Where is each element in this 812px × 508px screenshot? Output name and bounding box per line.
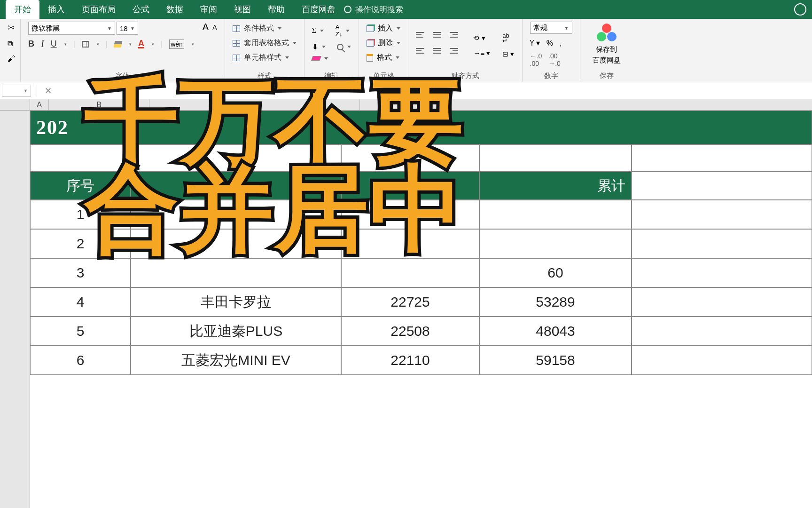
table-row[interactable]: 1 [30, 200, 812, 229]
decrease-decimal-button[interactable]: .00→.0 [548, 52, 561, 67]
indent-button[interactable]: →≡ ▾ [473, 49, 490, 57]
cell-seq[interactable]: 6 [30, 346, 131, 375]
cell-v3[interactable]: 22110 [341, 346, 479, 375]
cell-empty[interactable] [632, 229, 812, 258]
table-header-row[interactable]: 序号 车 累计 [30, 172, 812, 200]
align-top-right-button[interactable] [450, 32, 461, 43]
select-all-corner[interactable] [0, 99, 30, 110]
cell-model[interactable]: 比亚迪秦PLUS [131, 317, 341, 346]
increase-font-button[interactable]: A [203, 22, 209, 32]
cell-empty[interactable] [632, 317, 812, 346]
align-top-left-button[interactable] [416, 32, 427, 43]
tab-review[interactable]: 审阅 [192, 0, 226, 19]
insert-cells-button[interactable]: 插入 [367, 24, 400, 33]
cell-empty[interactable] [632, 258, 812, 287]
cell-style-button[interactable]: 单元格样式 [233, 53, 297, 63]
align-bottom-right-button[interactable] [450, 48, 461, 59]
font-name-select[interactable]: 微软雅黑 ▼ [28, 22, 115, 35]
cell-empty[interactable] [632, 200, 812, 229]
align-top-center-button[interactable] [433, 32, 444, 43]
table-row[interactable]: 4丰田卡罗拉2272553289 [30, 287, 812, 317]
increase-decimal-button[interactable]: ←.0.00 [530, 52, 542, 67]
cell-seq[interactable]: 1 [30, 200, 131, 229]
tab-help[interactable]: 帮助 [259, 0, 293, 19]
cell-v4[interactable] [479, 200, 632, 229]
find-button[interactable] [337, 44, 344, 50]
tell-me-search[interactable]: 操作说明搜索 [344, 4, 403, 15]
sheet-title-row[interactable]: 202 [30, 111, 812, 144]
decrease-font-button[interactable]: A [212, 24, 217, 31]
cell-seq[interactable]: 5 [30, 317, 131, 346]
currency-button[interactable]: ¥ ▾ [530, 39, 540, 48]
wrap-text-button[interactable]: ab↵ [502, 33, 514, 43]
clear-button[interactable] [311, 56, 321, 61]
alignment-buttons[interactable] [416, 32, 461, 59]
align-bottom-center-button[interactable] [433, 48, 444, 59]
autosum-button[interactable]: Σ [312, 26, 316, 35]
cell-empty[interactable] [632, 346, 812, 375]
cell-model[interactable]: 五菱宏光MINI EV [131, 346, 341, 375]
cell-seq[interactable]: 3 [30, 258, 131, 287]
cell-v4[interactable]: 53289 [479, 287, 632, 317]
cut-icon[interactable]: ✂ [8, 23, 15, 33]
format-painter-icon[interactable]: 🖌 [8, 55, 15, 63]
tab-home[interactable]: 开始 [6, 0, 39, 19]
table-row[interactable]: 360 [30, 258, 812, 287]
table-format-button[interactable]: 套用表格格式 [233, 38, 297, 48]
cancel-formula-button[interactable]: ✕ [41, 86, 55, 96]
column-header-a[interactable]: A [30, 99, 49, 110]
tab-data[interactable]: 数据 [158, 0, 192, 19]
tab-formula[interactable]: 公式 [124, 0, 158, 19]
column-header-b[interactable]: B [49, 99, 149, 110]
tab-view[interactable]: 视图 [226, 0, 259, 19]
font-color-button[interactable]: A [138, 40, 144, 48]
formula-input[interactable] [55, 85, 812, 97]
copy-icon[interactable]: ⧉ [8, 40, 15, 48]
underline-button[interactable]: U [51, 39, 57, 49]
cell-model[interactable] [131, 229, 341, 258]
sort-filter-button[interactable]: AZ↓ [336, 24, 342, 38]
cell-v3[interactable] [341, 258, 479, 287]
row-headers[interactable] [0, 111, 30, 508]
number-format-select[interactable]: 常规▼ [530, 22, 572, 34]
cell-v4[interactable]: 60 [479, 258, 632, 287]
tab-insert[interactable]: 插入 [39, 0, 73, 19]
font-size-select[interactable]: 18 ▼ [117, 22, 138, 35]
cell-v3[interactable]: 22725 [341, 287, 479, 317]
cell-v3[interactable] [341, 200, 479, 229]
cell-empty[interactable] [632, 287, 812, 317]
cell-v4[interactable]: 48043 [479, 317, 632, 346]
align-bottom-left-button[interactable] [416, 48, 427, 59]
spreadsheet-grid[interactable]: 202 序号 车 累计 123604丰田卡罗拉22725532895比亚迪秦PL… [0, 111, 812, 375]
cell-seq[interactable]: 2 [30, 229, 131, 258]
cell-model[interactable] [131, 200, 341, 229]
blank-row[interactable] [30, 144, 812, 172]
account-icon[interactable] [794, 3, 806, 16]
conditional-format-button[interactable]: 条件格式 [233, 24, 297, 33]
delete-cells-button[interactable]: 删除 [367, 38, 400, 48]
tab-baidu[interactable]: 百度网盘 [293, 0, 344, 19]
cell-model[interactable]: 丰田卡罗拉 [131, 287, 341, 317]
fill-button[interactable]: ⬇ [312, 42, 318, 51]
percent-button[interactable]: % [547, 39, 553, 48]
column-header-c[interactable]: C [149, 99, 360, 110]
cell-v4[interactable]: 59158 [479, 346, 632, 375]
baidu-save-button[interactable]: 保存到 百度网盘 [588, 22, 625, 67]
bold-button[interactable]: B [28, 39, 34, 49]
table-row[interactable]: 2 [30, 229, 812, 258]
cell-v3[interactable] [341, 229, 479, 258]
format-cells-button[interactable]: 格式 [367, 53, 400, 63]
name-box[interactable]: ▼ [2, 85, 31, 97]
fill-color-button[interactable] [113, 41, 122, 48]
cell-seq[interactable]: 4 [30, 287, 131, 317]
merge-center-button[interactable]: ⊟ ▾ [502, 50, 514, 58]
table-row[interactable]: 5比亚迪秦PLUS2250848043 [30, 317, 812, 346]
borders-button[interactable] [82, 41, 89, 48]
comma-button[interactable]: , [560, 39, 562, 48]
orientation-button[interactable]: ⟲ ▾ [473, 34, 490, 42]
table-row[interactable]: 6五菱宏光MINI EV2211059158 [30, 346, 812, 375]
cell-v3[interactable]: 22508 [341, 317, 479, 346]
cell-v4[interactable] [479, 229, 632, 258]
phonetic-button[interactable]: wén [169, 40, 184, 49]
cell-model[interactable] [131, 258, 341, 287]
